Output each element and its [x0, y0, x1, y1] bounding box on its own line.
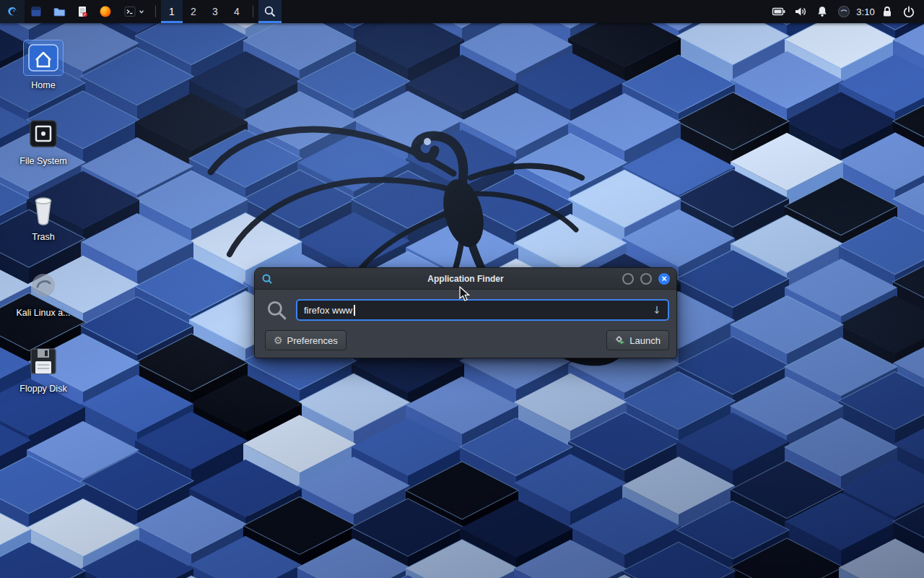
panel-separator: [155, 6, 156, 17]
titlebar[interactable]: Application Finder ×: [255, 268, 676, 290]
desktop-icon-kali-linux[interactable]: Kali Linux a...: [6, 268, 81, 318]
firefox-icon: [98, 4, 113, 19]
desktop-icon-label: Kali Linux a...: [16, 308, 70, 318]
search-icon: [265, 298, 288, 322]
desktop-icon-label: File System: [19, 156, 66, 166]
bell-icon: [815, 4, 829, 19]
home-icon: [27, 43, 60, 73]
launcher-file-manager[interactable]: [48, 0, 71, 23]
desktop-icon-label: Home: [31, 80, 55, 90]
clock-label: 3:10: [856, 7, 874, 17]
history-dropdown-icon[interactable]: ↓: [653, 304, 661, 316]
finder-body: firefox www ↓ ⚙ Preferences Launch: [255, 290, 676, 358]
window-title: Application Finder: [255, 274, 676, 284]
preferences-button[interactable]: ⚙ Preferences: [265, 330, 346, 350]
kali-shortcut-icon: [27, 269, 59, 301]
volume-indicator[interactable]: [790, 0, 811, 23]
workspace-1[interactable]: 1: [161, 0, 183, 23]
top-panel: 1 2 3 4: [0, 0, 924, 23]
minimize-button[interactable]: [622, 273, 634, 285]
launch-icon: [615, 335, 625, 345]
text-editor-icon: [75, 4, 90, 19]
terminal-icon: [123, 4, 137, 19]
launcher-app-window[interactable]: [25, 0, 48, 23]
gear-icon: ⚙: [274, 335, 283, 345]
screen-lock-button[interactable]: [876, 0, 898, 23]
desktop-icon-trash[interactable]: Trash: [6, 192, 81, 242]
app-finder-button[interactable]: [258, 0, 282, 23]
application-finder-window: Application Finder × firefox www ↓ ⚙ Pr: [254, 267, 677, 358]
workspace-switcher: 1 2 3 4: [161, 0, 248, 23]
applications-menu-button[interactable]: [0, 0, 25, 23]
search-input[interactable]: firefox www ↓: [296, 299, 669, 321]
file-system-icon: [27, 118, 59, 150]
logout-button[interactable]: [898, 0, 920, 23]
folder-icon: [52, 4, 66, 19]
network-icon: [837, 4, 851, 19]
app-finder-window-icon: [261, 273, 273, 285]
volume-icon: [793, 4, 808, 19]
launch-button[interactable]: Launch: [606, 330, 669, 350]
app-window-icon: [29, 4, 43, 19]
battery-indicator[interactable]: [768, 0, 790, 23]
desktop-icon-label: Floppy Disk: [19, 384, 66, 394]
power-icon: [902, 4, 916, 19]
preferences-button-label: Preferences: [287, 335, 338, 346]
close-button[interactable]: ×: [658, 273, 670, 285]
desktop-icon-file-system[interactable]: File System: [6, 116, 81, 166]
launcher-terminal[interactable]: [117, 0, 150, 23]
desktop-icon-floppy-disk[interactable]: Floppy Disk: [6, 344, 81, 394]
panel-status-cluster: 3:10: [768, 0, 924, 23]
notifications-indicator[interactable]: [811, 0, 833, 23]
launch-button-label: Launch: [629, 335, 661, 346]
launcher-firefox[interactable]: [94, 0, 117, 23]
battery-icon: [772, 4, 786, 19]
text-caret: [354, 305, 355, 316]
network-indicator[interactable]: [833, 0, 855, 23]
workspace-3[interactable]: 3: [204, 0, 226, 23]
workspace-4[interactable]: 4: [226, 0, 248, 23]
search-icon: [263, 4, 277, 19]
kali-logo-icon: [5, 4, 19, 19]
workspace-2[interactable]: 2: [183, 0, 204, 23]
desktop-icon-label: Trash: [32, 232, 55, 242]
search-input-value: firefox www: [304, 305, 352, 316]
chevron-down-icon: [138, 8, 145, 15]
maximize-button[interactable]: [640, 273, 652, 285]
panel-left-cluster: 1 2 3 4: [0, 0, 282, 23]
desktop-icon-home[interactable]: Home: [6, 40, 81, 90]
launcher-text-editor[interactable]: [71, 0, 94, 23]
panel-separator: [253, 6, 253, 17]
trash-icon: [27, 193, 59, 226]
lock-icon: [880, 4, 894, 19]
floppy-disk-icon: [27, 345, 59, 377]
close-icon: ×: [661, 274, 666, 282]
window-controls: ×: [622, 273, 670, 285]
desktop-icon-column: Home File System Trash Kali Linux a...: [6, 40, 81, 394]
clock[interactable]: 3:10: [855, 0, 876, 23]
